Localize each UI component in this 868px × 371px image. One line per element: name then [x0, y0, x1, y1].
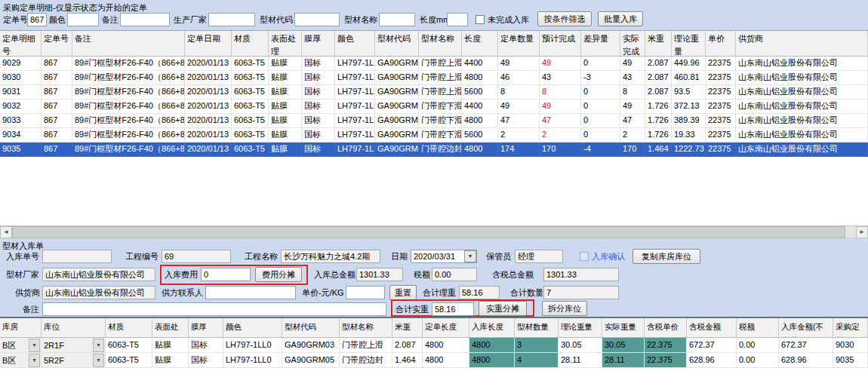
column-header[interactable]: 膜厚	[302, 31, 335, 57]
copy-warehouse-location-button[interactable]: 复制库房库位	[633, 249, 700, 264]
table-row[interactable]: 903386789#门框型材F26-F40（866+867）2020/01/13…	[0, 114, 868, 128]
total-amount-input[interactable]: 1301.33	[356, 268, 403, 281]
inbound-fee-input[interactable]: 0	[201, 268, 251, 281]
column-header[interactable]: 理论重量	[559, 318, 602, 338]
inbound-remark-input[interactable]	[42, 302, 386, 316]
table-row[interactable]: 903586789#门框型材F26-F40（866+867）2020/01/13…	[0, 143, 868, 157]
column-header[interactable]: 型材数量	[515, 318, 559, 338]
column-header[interactable]: 型材代码	[375, 31, 419, 57]
reset-button[interactable]: 重置	[389, 285, 417, 300]
column-header[interactable]: 含税单价	[645, 318, 687, 338]
factory-input[interactable]: 山东南山铝业股份有限公司	[42, 268, 155, 281]
split-location-button[interactable]: 拆分库位	[542, 301, 587, 316]
inbound-confirm-checkbox[interactable]	[580, 252, 589, 261]
scroll-left-icon[interactable]: ◄	[0, 226, 12, 238]
column-header[interactable]: 定单长度	[423, 318, 469, 338]
unfinished-inbound-checkbox[interactable]	[476, 15, 485, 24]
manufacturer-input[interactable]	[208, 13, 255, 26]
column-header[interactable]: 颜色	[335, 31, 375, 57]
column-header[interactable]: 定单日期	[185, 31, 232, 57]
tax-input[interactable]: 0.00	[432, 268, 477, 281]
chevron-down-icon[interactable]: ▾	[93, 354, 104, 367]
column-header[interactable]: 税额	[737, 318, 779, 338]
profile-code-filter-input[interactable]	[294, 13, 340, 26]
keeper-input[interactable]: 经理	[515, 250, 563, 263]
cell: 22375	[706, 85, 736, 100]
remark-filter-input[interactable]	[120, 13, 170, 26]
column-header[interactable]: 型材名称	[419, 31, 462, 57]
column-header[interactable]: 表面处理	[152, 318, 189, 338]
table-row[interactable]: 903286789#门框型材F26-F40（866+867）2020/01/13…	[0, 100, 868, 114]
location-combo[interactable]: 2R1F▾	[42, 338, 106, 353]
column-header[interactable]: 库位	[42, 318, 106, 338]
column-header[interactable]: 实际重量	[602, 318, 645, 338]
cell: 49	[498, 100, 540, 114]
color-filter-input[interactable]	[67, 13, 99, 26]
column-header[interactable]: 定单数量	[498, 31, 540, 57]
column-header[interactable]: 定单号	[42, 31, 72, 57]
total-actual-weight-input[interactable]: 58.16	[432, 302, 474, 316]
tax-total-input[interactable]: 1301.33	[543, 268, 619, 281]
table-row[interactable]: 903186789#门框型材F26-F40（866+867）2020/01/13…	[0, 85, 868, 100]
supplier-input[interactable]: 山东南山铝业股份有限公司	[42, 286, 155, 299]
total-qty-input[interactable]: 7	[543, 286, 619, 299]
horizontal-scrollbar[interactable]: ◄ ►	[0, 225, 868, 238]
purchase-order-table: 定单明细号定单号备注定单日期材质表面处理膜厚颜色型材代码型材名称长度定单数量预计…	[0, 30, 868, 226]
location-combo[interactable]: 5R2F▾	[42, 353, 106, 368]
column-header[interactable]: 差异量	[581, 31, 620, 57]
warehouse-combo[interactable]: B区▾	[0, 353, 42, 368]
column-header[interactable]: 米重	[392, 318, 423, 338]
column-header[interactable]: 含税金额	[687, 318, 737, 338]
date-picker-icon[interactable]: ▼	[464, 250, 476, 262]
cell: 门带腔边封	[419, 143, 462, 157]
fee-allocate-button[interactable]: 费用分摊	[255, 267, 302, 282]
length-filter-input[interactable]	[447, 13, 468, 26]
column-header[interactable]: 库房	[0, 318, 42, 338]
scrollbar-thumb[interactable]	[12, 226, 845, 238]
cell: 8	[498, 85, 540, 100]
receipt-no-input[interactable]	[42, 250, 112, 263]
column-header[interactable]: 理论重量	[672, 31, 706, 57]
cell: 49	[498, 57, 540, 71]
order-no-input[interactable]: 867	[27, 13, 47, 26]
batch-inbound-button[interactable]: 批量入库	[598, 11, 643, 26]
project-name-input[interactable]: 长沙万科魅力之城4.2期	[281, 250, 380, 263]
chevron-down-icon[interactable]: ▾	[29, 354, 40, 367]
table-row[interactable]: 903086789#门框型材F26-F40（866+867）2020/01/13…	[0, 71, 868, 85]
column-header[interactable]: 型材代码	[282, 318, 340, 338]
column-header[interactable]: 膜厚	[189, 318, 223, 338]
column-header[interactable]: 定单明细号	[0, 31, 42, 57]
table-row[interactable]: B区▾5R2F▾6063-T5贴膜国标LH797-1LL0GA90GRM05门带…	[0, 353, 868, 368]
chevron-down-icon[interactable]: ▾	[29, 339, 40, 352]
warehouse-combo[interactable]: B区▾	[0, 338, 42, 353]
column-header[interactable]: 入库长度	[469, 318, 515, 338]
column-header[interactable]: 供货商	[736, 31, 868, 57]
table-row[interactable]: 903486789#门框型材F26-F40（866+867）2020/01/13…	[0, 128, 868, 143]
column-header[interactable]: 米重	[645, 31, 672, 57]
column-header[interactable]: 单价	[706, 31, 736, 57]
actual-weight-allocate-button[interactable]: 实重分摊	[479, 301, 527, 316]
column-header[interactable]: 材质	[232, 31, 269, 57]
column-header[interactable]: 颜色	[223, 318, 282, 338]
profile-name-filter-input[interactable]	[379, 13, 415, 26]
project-no-label: 工程编号	[125, 250, 159, 263]
project-no-input[interactable]: 69	[162, 250, 231, 263]
column-header[interactable]: 采购定单行号	[833, 318, 868, 338]
scroll-right-icon[interactable]: ►	[856, 226, 868, 238]
column-header[interactable]: 型材名称	[340, 318, 392, 338]
column-header[interactable]: 预计完成	[540, 31, 581, 57]
column-header[interactable]: 长度	[462, 31, 498, 57]
column-header[interactable]: 备注	[72, 31, 185, 57]
table-row[interactable]: B区▾2R1F▾6063-T5贴膜国标LH797-1LL0GA90GRM03门带…	[0, 338, 868, 353]
chevron-down-icon[interactable]: ▾	[93, 339, 104, 352]
column-header[interactable]: 入库金额(不含税)	[779, 318, 833, 338]
total-theory-weight-input[interactable]: 58.16	[459, 286, 500, 299]
filter-by-condition-button[interactable]: 按条件筛选	[537, 11, 592, 26]
unit-price-input[interactable]	[346, 286, 385, 299]
column-header[interactable]: 实际完成	[620, 31, 645, 57]
column-header[interactable]: 材质	[106, 318, 152, 338]
column-header[interactable]: 表面处理	[269, 31, 302, 57]
supplier-contact-input[interactable]	[205, 286, 296, 299]
table-row[interactable]: 902986789#门框型材F26-F40（866+867）2020/01/13…	[0, 57, 868, 71]
supplier-contact-label: 供方联系人	[162, 286, 203, 299]
